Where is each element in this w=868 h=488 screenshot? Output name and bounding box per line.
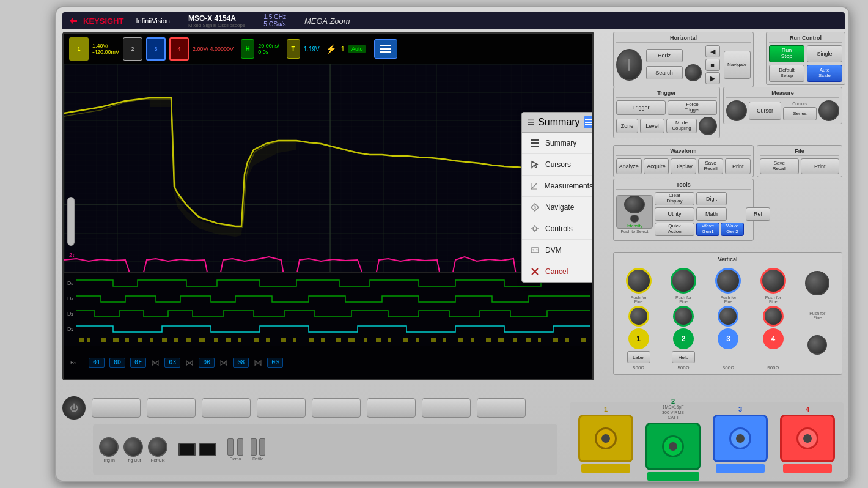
acquire-button[interactable]: Acquire [644, 158, 669, 174]
trig-count: 1 [341, 45, 345, 53]
vertical-pos-knob[interactable] [807, 335, 827, 355]
mode-coupling-button[interactable]: ModeCoupling [666, 119, 697, 133]
power-button[interactable]: ⏻ [62, 396, 86, 420]
horiz-button[interactable]: Horiz [646, 49, 683, 62]
dropdown-item-cursors[interactable]: Cursors [522, 154, 594, 176]
horizontal-label: Horizontal [616, 35, 751, 43]
save-recall-file-button[interactable]: SaveRecall [760, 158, 799, 174]
t-badge[interactable]: T [287, 39, 300, 59]
intensity-knob[interactable] [624, 196, 645, 214]
dropdown-item-measurements[interactable]: Measurements [522, 176, 594, 197]
force-trigger-button[interactable]: ForceTrigger [668, 100, 717, 115]
dropdown-item-cancel[interactable]: Cancel [522, 261, 594, 282]
svg-rect-43 [348, 338, 355, 342]
trig-bnc[interactable] [99, 437, 119, 457]
demo-ref-probe-1[interactable] [251, 438, 257, 456]
trigger-knob[interactable] [699, 117, 717, 135]
level-button[interactable]: Level [640, 119, 664, 133]
softkey-btn-6[interactable] [367, 398, 416, 418]
ch3-impedance: 500Ω [723, 365, 734, 371]
dropdown-item-navigate[interactable]: ⟨⟩ Navigate [522, 197, 594, 218]
summary-dropdown[interactable]: Summary Summ [521, 112, 594, 283]
measure-knob[interactable] [726, 100, 747, 121]
clear-display-button[interactable]: ClearDisplay [655, 192, 694, 205]
ch4-scale-knob[interactable] [760, 268, 786, 294]
dropdown-item-summary[interactable]: Summary [522, 133, 594, 154]
trigger-button[interactable]: Trigger [616, 100, 666, 115]
nav-stop-button[interactable]: ■ [705, 59, 720, 71]
usb-port-1[interactable] [178, 443, 196, 456]
cursors-series-button[interactable]: Series [783, 107, 817, 120]
default-setup-button[interactable]: DefaultSetup [769, 65, 804, 82]
single-button[interactable]: Single [807, 45, 842, 62]
intensity-center[interactable] [630, 215, 639, 222]
ch1-scale-knob[interactable] [626, 268, 652, 294]
softkey-btn-1[interactable] [92, 398, 141, 418]
ch2-badge[interactable]: 2 [123, 37, 142, 61]
ch1-label-button[interactable]: Label [627, 351, 650, 363]
vertical-ch1: Push forFine 1 Label 500Ω [626, 268, 652, 371]
ch1-pos-knob[interactable] [628, 306, 649, 327]
ch3-scale-knob[interactable] [715, 268, 741, 294]
cursors-button[interactable]: Cursor [749, 102, 781, 120]
save-recall-button[interactable]: SaveRecall [698, 158, 724, 174]
analyze-button[interactable]: Analyze [616, 158, 642, 174]
ch2-help-button[interactable]: Help [672, 351, 695, 363]
trig-out-bnc[interactable] [123, 437, 143, 457]
navigate-button[interactable]: Navigate [724, 51, 751, 79]
softkey-btn-7[interactable] [422, 398, 471, 418]
ch2-scale-knob[interactable] [671, 268, 696, 294]
ref-button[interactable]: Ref [746, 207, 770, 221]
ref-bnc[interactable] [148, 437, 167, 457]
ch4-select-button[interactable]: 4 [763, 328, 784, 349]
ch3-badge[interactable]: 3 [146, 37, 166, 61]
nav-left-button[interactable]: ◀ [705, 45, 720, 57]
demo-probe-1[interactable] [227, 438, 234, 456]
controls-icon [529, 223, 540, 234]
search-knob[interactable] [685, 64, 702, 81]
dropdown-item-dvm[interactable]: 3.28 DVM [522, 240, 594, 261]
wave-gen1-button[interactable]: WaveGen1 [696, 223, 719, 236]
softkey-btn-5[interactable] [312, 398, 361, 418]
bnc-ch3-body[interactable] [713, 415, 768, 462]
vertical-scale-knob[interactable] [805, 271, 829, 295]
measure-knob2[interactable] [818, 100, 839, 121]
dropdown-icon-btn[interactable] [584, 116, 594, 128]
h-badge[interactable]: H [241, 39, 254, 59]
demo-probe-2[interactable] [237, 438, 243, 456]
auto-scale-button[interactable]: AutoScale [807, 65, 842, 82]
ch2-select-button[interactable]: 2 [673, 328, 694, 349]
wave-gen2-button[interactable]: WaveGen2 [721, 223, 744, 236]
bnc-ch2-body[interactable] [645, 423, 701, 470]
ch1-badge[interactable]: 1 [69, 37, 89, 61]
ch3-pos-knob[interactable] [718, 306, 738, 327]
utility-button[interactable]: Utility [655, 207, 694, 221]
summary-menu-button[interactable] [374, 39, 397, 59]
demo-ref-probe-2[interactable] [259, 438, 265, 456]
nav-right-button[interactable]: ▶ [705, 72, 720, 84]
dropdown-item-controls[interactable]: Controls [522, 218, 594, 240]
ch4-badge[interactable]: 4 [169, 37, 189, 61]
print-file-button[interactable]: Print [801, 158, 840, 174]
trigger-label: Trigger [616, 90, 717, 98]
ch2-pos-knob[interactable] [673, 306, 694, 327]
softkey-btn-8[interactable] [477, 398, 526, 418]
softkey-btn-4[interactable] [257, 398, 306, 418]
softkey-btn-3[interactable] [202, 398, 251, 418]
print-button[interactable]: Print [725, 158, 751, 174]
ch3-select-button[interactable]: 3 [718, 328, 738, 349]
bnc-ch1-body[interactable] [578, 415, 633, 462]
bnc-ch4-body[interactable] [780, 415, 835, 462]
horizontal-main-knob[interactable] [616, 49, 642, 81]
zone-button[interactable]: Zone [616, 119, 638, 133]
display-button[interactable]: Display [671, 158, 696, 174]
ch1-select-button[interactable]: 1 [628, 328, 649, 349]
ch4-pos-knob[interactable] [763, 306, 784, 327]
math-button[interactable]: Math [696, 207, 727, 221]
run-stop-button[interactable]: RunStop [769, 45, 804, 62]
search-button[interactable]: Search [646, 66, 683, 79]
usb-port-2[interactable] [199, 443, 216, 456]
quick-action-button[interactable]: QuickAction [655, 223, 694, 236]
digit-button[interactable]: Digit [696, 192, 727, 205]
softkey-btn-2[interactable] [147, 398, 196, 418]
